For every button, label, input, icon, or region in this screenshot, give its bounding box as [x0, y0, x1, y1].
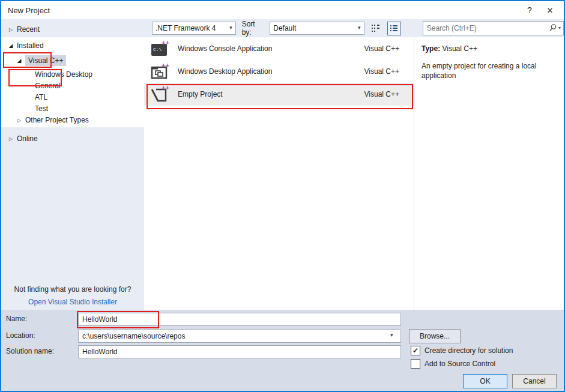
template-language: Visual C++	[364, 44, 399, 53]
main-area: .NET Framework 4 ▾ Sort by: Default ▾	[144, 19, 564, 310]
empty-project-icon: ++	[150, 85, 171, 104]
checkbox-unchecked-icon[interactable]	[411, 359, 420, 369]
template-language: Visual C++	[364, 67, 399, 76]
svg-text:C:\: C:\	[153, 47, 162, 52]
tree-node-general[interactable]: General	[1, 80, 144, 91]
tree-node-installed[interactable]: ◢ Installed	[1, 38, 144, 53]
tree-node-online[interactable]: ▷ Online	[1, 132, 144, 145]
list-view-button[interactable]	[387, 22, 401, 35]
sidebar-footer: Not finding what you are looking for? Op…	[1, 285, 144, 306]
template-description: An empty project for creating a local ap…	[421, 61, 553, 80]
tree-node-other-project-types[interactable]: ▷ Other Project Types	[1, 114, 144, 126]
tree-node-atl[interactable]: ATL	[1, 91, 144, 103]
new-project-dialog: New Project ? ✕ ▷ Recent ◢ Installed ◢ V…	[0, 0, 565, 392]
search-icon	[549, 23, 557, 32]
tree-node-visual-cpp[interactable]: ◢ Visual C++	[1, 53, 144, 68]
type-line: Type: Visual C++	[421, 44, 553, 53]
tree-node-label: General	[35, 82, 61, 90]
checkbox-checked-icon[interactable]: ✓	[411, 346, 420, 355]
check-icon: ✓	[412, 346, 418, 355]
chevron-collapsed-icon: ▷	[7, 27, 14, 32]
template-detail-pane: Type: Visual C++ An empty project for cr…	[414, 37, 564, 310]
cancel-button[interactable]: Cancel	[512, 374, 557, 388]
open-vs-installer-link[interactable]: Open Visual Studio Installer	[1, 298, 144, 306]
desktop-app-icon: ++	[150, 62, 171, 81]
template-name: Windows Console Application	[178, 44, 364, 53]
create-directory-label: Create directory for solution	[425, 346, 513, 355]
search-icon-group[interactable]: ▾	[549, 23, 561, 32]
source-control-label: Add to Source Control	[425, 360, 495, 368]
dialog-content: ▷ Recent ◢ Installed ◢ Visual C++ Window…	[1, 19, 564, 310]
tree-node-label: Other Project Types	[25, 116, 89, 124]
tree-node-label: Installed	[17, 41, 44, 50]
tree-node-recent[interactable]: ▷ Recent	[1, 23, 144, 36]
search-box: ▾	[423, 21, 564, 35]
template-tree-sidebar: ▷ Recent ◢ Installed ◢ Visual C++ Window…	[1, 19, 144, 310]
template-row-desktop[interactable]: ++ Windows Desktop Application Visual C+…	[144, 60, 414, 83]
sort-dropdown-value: Default	[273, 24, 296, 32]
framework-dropdown[interactable]: .NET Framework 4 ▾	[152, 22, 236, 35]
help-button[interactable]: ?	[519, 1, 540, 19]
chevron-collapsed-icon: ▷	[7, 136, 14, 142]
location-input[interactable]	[78, 330, 401, 343]
title-bar: New Project ? ✕	[1, 1, 564, 19]
dialog-buttons: OK Cancel	[463, 374, 557, 388]
svg-text:++: ++	[162, 85, 169, 91]
list-view-icon	[389, 23, 399, 33]
template-name: Windows Desktop Application	[178, 67, 364, 76]
location-label: Location:	[6, 331, 35, 340]
chevron-collapsed-icon: ▷	[16, 118, 23, 123]
template-name: Empty Project	[178, 90, 364, 98]
close-button[interactable]: ✕	[540, 1, 560, 19]
tree-node-label: Windows Desktop	[35, 70, 92, 79]
tree-node-label: ATL	[35, 93, 47, 101]
tree-node-test[interactable]: Test	[1, 103, 144, 114]
framework-dropdown-value: .NET Framework 4	[156, 24, 216, 32]
solution-name-input[interactable]	[78, 345, 401, 358]
tree-node-label: Test	[35, 104, 48, 113]
location-dropdown-chevron-icon[interactable]: ▾	[390, 332, 393, 338]
small-icons-icon	[371, 23, 381, 33]
list-toolbar: .NET Framework 4 ▾ Sort by: Default ▾	[144, 19, 564, 37]
chevron-expanded-icon: ◢	[7, 43, 14, 49]
template-row-empty-project[interactable]: ++ Empty Project Visual C++	[144, 83, 414, 106]
panes: C:\ ++ Windows Console Application Visua…	[144, 37, 564, 310]
tree-node-windows-desktop[interactable]: Windows Desktop	[1, 68, 144, 80]
solution-name-label: Solution name:	[6, 347, 54, 355]
template-list: C:\ ++ Windows Console Application Visua…	[144, 37, 414, 310]
chevron-expanded-icon: ◢	[16, 58, 23, 64]
search-input[interactable]	[423, 22, 563, 35]
create-directory-checkbox-row[interactable]: ✓ Create directory for solution	[411, 346, 513, 355]
ok-button[interactable]: OK	[463, 374, 507, 388]
bottom-panel: Name: Location: ▾ Browse... Solution nam…	[1, 310, 564, 391]
svg-text:++: ++	[162, 62, 169, 69]
type-value: Visual C++	[442, 44, 477, 53]
not-finding-text: Not finding what you are looking for?	[1, 285, 144, 294]
svg-text:++: ++	[162, 39, 169, 46]
name-label: Name:	[6, 315, 27, 323]
search-options-chevron-icon: ▾	[558, 25, 561, 31]
tree-node-label: Recent	[17, 25, 40, 34]
template-row-console[interactable]: C:\ ++ Windows Console Application Visua…	[144, 37, 414, 60]
tree-node-label: Online	[17, 134, 38, 143]
source-control-checkbox-row[interactable]: Add to Source Control	[411, 359, 495, 369]
sort-by-label: Sort by:	[242, 20, 267, 37]
template-language: Visual C++	[364, 90, 399, 98]
chevron-down-icon: ▾	[229, 25, 232, 31]
dialog-title: New Project	[1, 6, 50, 15]
project-name-input[interactable]	[78, 313, 401, 326]
type-label: Type:	[421, 44, 440, 53]
installed-section: ◢ Installed ◢ Visual C++ Windows Desktop…	[1, 37, 144, 127]
tree-node-label-selected: Visual C++	[25, 55, 66, 66]
chevron-down-icon: ▾	[358, 25, 361, 31]
console-app-icon: C:\ ++	[150, 39, 171, 58]
sort-dropdown[interactable]: Default ▾	[270, 22, 364, 35]
browse-button[interactable]: Browse...	[409, 329, 461, 343]
small-icons-view-button[interactable]	[369, 22, 383, 35]
